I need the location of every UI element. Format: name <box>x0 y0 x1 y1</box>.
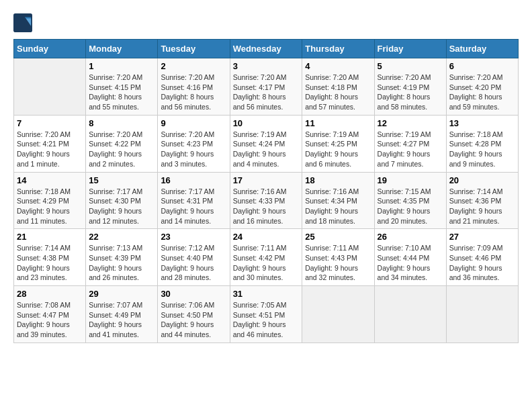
calendar-cell: 29Sunrise: 7:07 AMSunset: 4:49 PMDayligh… <box>86 286 158 343</box>
calendar-cell: 9Sunrise: 7:20 AMSunset: 4:23 PMDaylight… <box>158 115 230 172</box>
calendar-cell: 19Sunrise: 7:15 AMSunset: 4:35 PMDayligh… <box>374 172 446 229</box>
weekday-header-cell: Wednesday <box>230 40 302 58</box>
calendar-cell: 23Sunrise: 7:12 AMSunset: 4:40 PMDayligh… <box>158 229 230 286</box>
day-number: 30 <box>161 289 226 299</box>
day-number: 21 <box>17 232 83 242</box>
cell-info: Sunrise: 7:08 AMSunset: 4:47 PMDaylight:… <box>17 300 83 340</box>
weekday-header-cell: Saturday <box>446 40 518 58</box>
weekday-header-row: SundayMondayTuesdayWednesdayThursdayFrid… <box>14 40 519 58</box>
cell-info: Sunrise: 7:14 AMSunset: 4:36 PMDaylight:… <box>449 187 515 226</box>
day-number: 18 <box>305 175 371 185</box>
cell-info: Sunrise: 7:20 AMSunset: 4:18 PMDaylight:… <box>305 73 371 112</box>
day-number: 11 <box>305 118 371 128</box>
cell-info: Sunrise: 7:19 AMSunset: 4:24 PMDaylight:… <box>233 130 300 169</box>
calendar-cell <box>14 58 86 116</box>
cell-info: Sunrise: 7:20 AMSunset: 4:19 PMDaylight:… <box>378 73 443 112</box>
cell-info: Sunrise: 7:19 AMSunset: 4:27 PMDaylight:… <box>378 130 443 169</box>
cell-info: Sunrise: 7:20 AMSunset: 4:21 PMDaylight:… <box>17 130 83 169</box>
calendar-week-row: 28Sunrise: 7:08 AMSunset: 4:47 PMDayligh… <box>14 286 519 343</box>
calendar-cell: 13Sunrise: 7:18 AMSunset: 4:28 PMDayligh… <box>446 115 518 172</box>
calendar-cell: 14Sunrise: 7:18 AMSunset: 4:29 PMDayligh… <box>14 172 86 229</box>
calendar-cell: 26Sunrise: 7:10 AMSunset: 4:44 PMDayligh… <box>374 229 446 286</box>
calendar-cell: 10Sunrise: 7:19 AMSunset: 4:24 PMDayligh… <box>230 115 302 172</box>
day-number: 14 <box>17 175 83 185</box>
cell-info: Sunrise: 7:14 AMSunset: 4:38 PMDaylight:… <box>17 243 83 283</box>
day-number: 25 <box>305 232 371 242</box>
calendar-cell <box>302 286 374 343</box>
cell-info: Sunrise: 7:11 AMSunset: 4:43 PMDaylight:… <box>305 243 371 283</box>
weekday-header-cell: Thursday <box>302 40 374 58</box>
day-number: 28 <box>17 289 83 299</box>
logo <box>13 13 35 32</box>
cell-info: Sunrise: 7:19 AMSunset: 4:25 PMDaylight:… <box>305 130 371 169</box>
day-number: 4 <box>305 61 371 71</box>
day-number: 29 <box>89 289 154 299</box>
day-number: 5 <box>378 61 443 71</box>
cell-info: Sunrise: 7:06 AMSunset: 4:50 PMDaylight:… <box>161 300 226 340</box>
cell-info: Sunrise: 7:20 AMSunset: 4:17 PMDaylight:… <box>233 73 300 112</box>
calendar-week-row: 7Sunrise: 7:20 AMSunset: 4:21 PMDaylight… <box>14 115 519 172</box>
cell-info: Sunrise: 7:09 AMSunset: 4:46 PMDaylight:… <box>449 243 515 283</box>
cell-info: Sunrise: 7:17 AMSunset: 4:31 PMDaylight:… <box>161 187 226 226</box>
calendar-week-row: 21Sunrise: 7:14 AMSunset: 4:38 PMDayligh… <box>14 229 519 286</box>
calendar-cell: 11Sunrise: 7:19 AMSunset: 4:25 PMDayligh… <box>302 115 374 172</box>
day-number: 31 <box>233 289 300 299</box>
weekday-header-cell: Friday <box>374 40 446 58</box>
day-number: 17 <box>233 175 300 185</box>
day-number: 24 <box>233 232 300 242</box>
day-number: 23 <box>161 232 226 242</box>
calendar-cell <box>374 286 446 343</box>
cell-info: Sunrise: 7:18 AMSunset: 4:28 PMDaylight:… <box>449 130 515 169</box>
calendar-cell: 5Sunrise: 7:20 AMSunset: 4:19 PMDaylight… <box>374 58 446 116</box>
calendar-cell: 16Sunrise: 7:17 AMSunset: 4:31 PMDayligh… <box>158 172 230 229</box>
day-number: 19 <box>378 175 443 185</box>
day-number: 13 <box>449 118 515 128</box>
day-number: 10 <box>233 118 300 128</box>
day-number: 26 <box>378 232 443 242</box>
day-number: 3 <box>233 61 300 71</box>
cell-info: Sunrise: 7:20 AMSunset: 4:22 PMDaylight:… <box>89 130 154 169</box>
calendar-cell: 4Sunrise: 7:20 AMSunset: 4:18 PMDaylight… <box>302 58 374 116</box>
calendar-cell: 27Sunrise: 7:09 AMSunset: 4:46 PMDayligh… <box>446 229 518 286</box>
day-number: 1 <box>89 61 154 71</box>
cell-info: Sunrise: 7:20 AMSunset: 4:15 PMDaylight:… <box>89 73 154 112</box>
calendar-cell: 12Sunrise: 7:19 AMSunset: 4:27 PMDayligh… <box>374 115 446 172</box>
day-number: 22 <box>89 232 154 242</box>
cell-info: Sunrise: 7:07 AMSunset: 4:49 PMDaylight:… <box>89 300 154 340</box>
cell-info: Sunrise: 7:10 AMSunset: 4:44 PMDaylight:… <box>378 243 443 283</box>
calendar-week-row: 14Sunrise: 7:18 AMSunset: 4:29 PMDayligh… <box>14 172 519 229</box>
cell-info: Sunrise: 7:20 AMSunset: 4:16 PMDaylight:… <box>161 73 226 112</box>
cell-info: Sunrise: 7:15 AMSunset: 4:35 PMDaylight:… <box>378 187 443 226</box>
day-number: 15 <box>89 175 154 185</box>
logo-icon <box>13 13 32 32</box>
calendar-cell: 8Sunrise: 7:20 AMSunset: 4:22 PMDaylight… <box>86 115 158 172</box>
calendar-cell: 17Sunrise: 7:16 AMSunset: 4:33 PMDayligh… <box>230 172 302 229</box>
cell-info: Sunrise: 7:18 AMSunset: 4:29 PMDaylight:… <box>17 187 83 226</box>
weekday-header-cell: Monday <box>86 40 158 58</box>
day-number: 27 <box>449 232 515 242</box>
calendar-cell: 15Sunrise: 7:17 AMSunset: 4:30 PMDayligh… <box>86 172 158 229</box>
cell-info: Sunrise: 7:12 AMSunset: 4:40 PMDaylight:… <box>161 243 226 283</box>
calendar-cell: 30Sunrise: 7:06 AMSunset: 4:50 PMDayligh… <box>158 286 230 343</box>
calendar-cell: 22Sunrise: 7:13 AMSunset: 4:39 PMDayligh… <box>86 229 158 286</box>
calendar-week-row: 1Sunrise: 7:20 AMSunset: 4:15 PMDaylight… <box>14 58 519 116</box>
calendar-cell: 18Sunrise: 7:16 AMSunset: 4:34 PMDayligh… <box>302 172 374 229</box>
calendar-cell: 6Sunrise: 7:20 AMSunset: 4:20 PMDaylight… <box>446 58 518 116</box>
calendar-cell: 3Sunrise: 7:20 AMSunset: 4:17 PMDaylight… <box>230 58 302 116</box>
weekday-header-cell: Tuesday <box>158 40 230 58</box>
day-number: 20 <box>449 175 515 185</box>
day-number: 2 <box>161 61 226 71</box>
day-number: 6 <box>449 61 515 71</box>
cell-info: Sunrise: 7:20 AMSunset: 4:23 PMDaylight:… <box>161 130 226 169</box>
cell-info: Sunrise: 7:20 AMSunset: 4:20 PMDaylight:… <box>449 73 515 112</box>
cell-info: Sunrise: 7:17 AMSunset: 4:30 PMDaylight:… <box>89 187 154 226</box>
day-number: 7 <box>17 118 83 128</box>
cell-info: Sunrise: 7:11 AMSunset: 4:42 PMDaylight:… <box>233 243 300 283</box>
page-header <box>13 13 519 32</box>
calendar-cell: 21Sunrise: 7:14 AMSunset: 4:38 PMDayligh… <box>14 229 86 286</box>
calendar-body: 1Sunrise: 7:20 AMSunset: 4:15 PMDaylight… <box>14 58 519 343</box>
calendar-cell: 24Sunrise: 7:11 AMSunset: 4:42 PMDayligh… <box>230 229 302 286</box>
cell-info: Sunrise: 7:13 AMSunset: 4:39 PMDaylight:… <box>89 243 154 283</box>
day-number: 16 <box>161 175 226 185</box>
calendar-cell: 1Sunrise: 7:20 AMSunset: 4:15 PMDaylight… <box>86 58 158 116</box>
